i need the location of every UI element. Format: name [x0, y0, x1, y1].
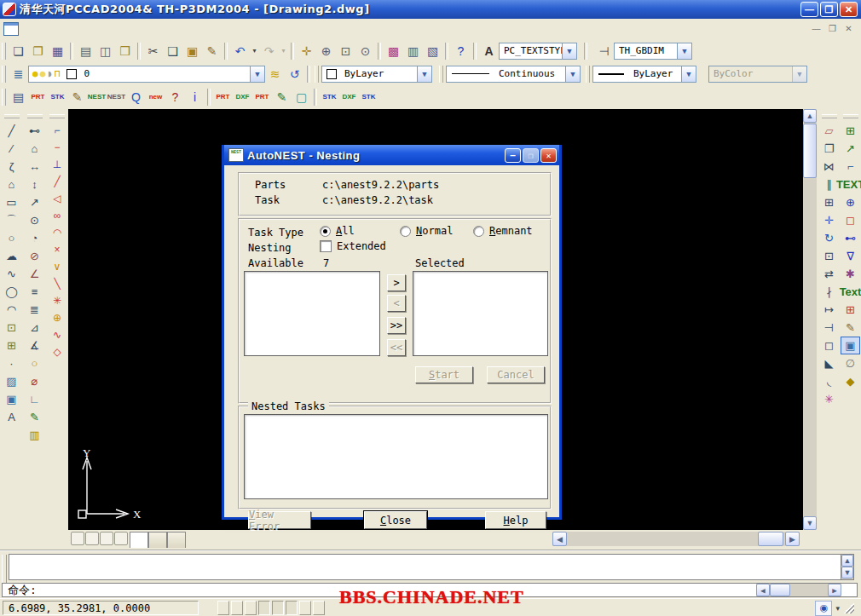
pccad-text-small-button[interactable]: Text: [841, 283, 860, 301]
pccad-roughness-button[interactable]: ∇: [841, 247, 860, 265]
menu-insert[interactable]: [72, 26, 87, 32]
zoom-previous-button[interactable]: ⊙: [355, 42, 375, 60]
dim-leader-button[interactable]: ∡: [25, 337, 44, 354]
line-button[interactable]: ╱: [2, 122, 21, 140]
dim-aligned-button[interactable]: ↗: [25, 193, 44, 211]
scale-button[interactable]: ⊡: [819, 247, 839, 265]
scroll-right-button[interactable]: ▶: [828, 584, 841, 596]
scroll-track[interactable]: [770, 584, 828, 596]
make-block-button[interactable]: ⊞: [2, 337, 21, 354]
scroll-left-button[interactable]: ◀: [552, 532, 567, 546]
document-icon[interactable]: [3, 22, 19, 36]
insert-block-button[interactable]: ⊡: [2, 319, 21, 337]
selected-listbox[interactable]: [413, 271, 548, 356]
color-combo[interactable]: ByLayer ▼: [321, 66, 432, 83]
save-button[interactable]: ▦: [48, 42, 67, 60]
menu-pccad2004[interactable]: [148, 26, 164, 32]
extend-button[interactable]: ↦: [819, 301, 839, 319]
dim-style-combo[interactable]: TH_GBDIM ▼: [614, 43, 692, 60]
dim-tolerance-button[interactable]: ⌀: [25, 372, 44, 390]
erase-button[interactable]: ▱: [819, 122, 839, 140]
stretch-button[interactable]: ⇄: [819, 265, 839, 283]
fillet-button[interactable]: ◟: [819, 372, 839, 390]
extended-checkbox[interactable]: Extended: [320, 240, 386, 252]
layer-plot-icon[interactable]: ◗: [47, 68, 53, 79]
dim-vertical-button[interactable]: ↕: [25, 176, 44, 193]
scroll-up-button[interactable]: ▲: [803, 109, 817, 123]
zoom-window-button[interactable]: ⊡: [336, 42, 355, 60]
prt-view-button[interactable]: PRT: [252, 88, 272, 107]
toolbar-grip[interactable]: [4, 114, 20, 118]
spline-button[interactable]: ∿: [2, 265, 21, 283]
copy-object-button[interactable]: ❐: [819, 140, 839, 158]
construction-line-button[interactable]: ∕: [2, 140, 21, 158]
dim-radius-button[interactable]: ⊙: [25, 211, 44, 229]
nest-task-button[interactable]: NEST: [87, 88, 107, 107]
rotate-button[interactable]: ↻: [819, 229, 839, 247]
mdi-restore-button[interactable]: ❐: [825, 23, 840, 36]
pccad-section-symbol-button[interactable]: ⊥: [48, 156, 67, 173]
mirror-button[interactable]: ⋈: [819, 158, 839, 176]
pccad-dim-tool-button[interactable]: ⊷: [841, 229, 860, 247]
toolbar-grip[interactable]: [586, 66, 590, 83]
task-type-all-radio[interactable]: All: [320, 225, 355, 237]
about-info-button[interactable]: i: [185, 88, 205, 107]
dim-style-home-button[interactable]: ⌂: [25, 140, 44, 158]
batch-plot-button[interactable]: ▤: [9, 88, 28, 107]
prt-edit-button[interactable]: PRT: [28, 88, 48, 107]
help-button[interactable]: Help: [485, 511, 546, 529]
tab-nav-button[interactable]: [100, 532, 113, 545]
print-preview-button[interactable]: ◫: [95, 42, 115, 60]
pccad-star-button[interactable]: ✳: [48, 292, 67, 309]
nest-result-new-button[interactable]: new: [146, 88, 165, 107]
toolbar-grip[interactable]: [2, 43, 6, 60]
canvas-horizontal-scrollbar[interactable]: ◀ ▶: [552, 532, 800, 546]
tab-nav-button[interactable]: [71, 532, 84, 545]
pccad-target-button[interactable]: ⊕: [48, 309, 67, 326]
pccad-3d-arrow-button[interactable]: ↗: [841, 140, 860, 158]
draw-tools-button[interactable]: ✎: [272, 88, 292, 107]
ortho-toggle[interactable]: [245, 601, 257, 615]
tab-nav-button[interactable]: [85, 532, 99, 545]
command-history[interactable]: [9, 554, 841, 580]
command-vertical-scrollbar[interactable]: ▲ ▼: [841, 554, 854, 580]
stk-save-button[interactable]: STK: [320, 88, 339, 107]
print-button[interactable]: ▤: [76, 42, 95, 60]
dim-jogged-button[interactable]: ∟: [25, 390, 44, 408]
command-horizontal-scrollbar[interactable]: ◀ ▶: [756, 584, 841, 596]
menu-autonest[interactable]: [164, 26, 179, 32]
pccad-layer-swap-button[interactable]: ◆: [841, 372, 860, 390]
toolbar-grip[interactable]: [822, 114, 837, 118]
menu-edit[interactable]: [41, 26, 56, 32]
toolbar-grip[interactable]: [843, 114, 858, 118]
design-center-button[interactable]: ▧: [423, 42, 442, 60]
toolbar-grip[interactable]: [27, 114, 43, 118]
text-style-combo[interactable]: PC_TEXTSTYLE ▼: [499, 43, 577, 60]
grid-toggle[interactable]: [231, 601, 243, 615]
polyline-button[interactable]: ζ: [2, 158, 21, 176]
cut-button[interactable]: ✂: [143, 42, 163, 60]
menu-help[interactable]: [210, 26, 225, 32]
trim-button[interactable]: ∤: [819, 283, 839, 301]
chevron-down-icon[interactable]: ▼: [417, 66, 431, 82]
dialog-close-button[interactable]: ✕: [540, 148, 557, 163]
pccad-dashed-box-button[interactable]: ◻: [841, 211, 860, 229]
maximize-button[interactable]: ❐: [820, 2, 838, 17]
help-button[interactable]: ?: [451, 42, 471, 60]
chevron-down-icon[interactable]: ▼: [677, 43, 691, 59]
osnap-toggle[interactable]: [272, 601, 284, 615]
sheet-set-manager-button[interactable]: ▩: [384, 42, 403, 60]
add-all-button[interactable]: >>: [387, 317, 406, 334]
stk-view-button[interactable]: STK: [359, 88, 378, 107]
dim-update-button[interactable]: ▥: [25, 426, 44, 444]
dim-ordinate-button[interactable]: ⊿: [25, 319, 44, 337]
pan-button[interactable]: ✛: [297, 42, 316, 60]
pccad-table-button[interactable]: ⊞: [841, 301, 860, 319]
chevron-down-icon[interactable]: ▼: [565, 66, 580, 82]
close-button[interactable]: ✕: [840, 2, 858, 17]
layer-freeze-icon[interactable]: ●: [40, 68, 46, 79]
pccad-attach-button[interactable]: ∅: [841, 354, 860, 372]
pccad-centerline-button[interactable]: −: [48, 139, 67, 156]
mdi-minimize-button[interactable]: —: [809, 23, 823, 36]
linetype-combo[interactable]: Continuous ▼: [446, 66, 581, 83]
